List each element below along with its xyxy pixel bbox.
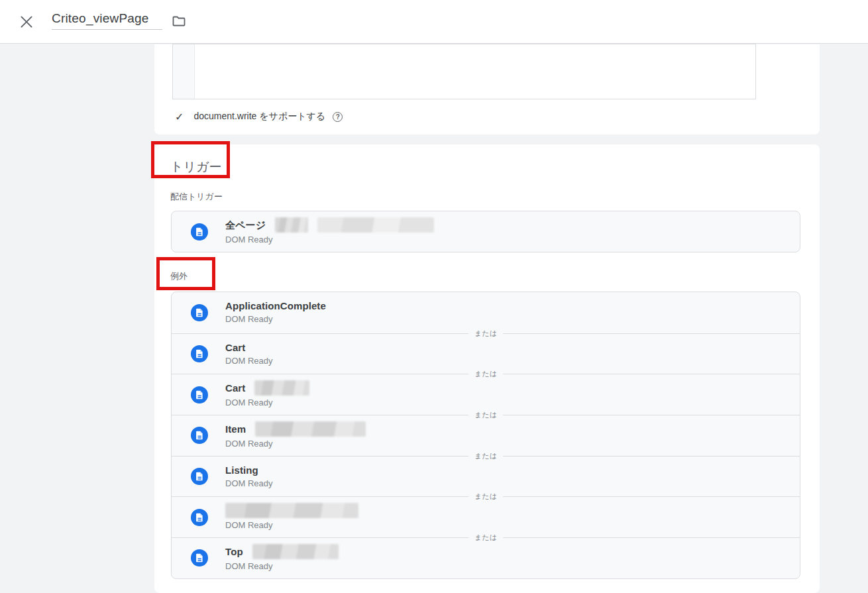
exception-trigger-type: DOM Ready xyxy=(225,438,366,450)
html-code-editor[interactable] xyxy=(172,44,756,99)
tag-name-field[interactable]: Criteo_viewPage xyxy=(52,11,162,30)
redacted-text xyxy=(255,421,366,437)
redacted-text xyxy=(317,217,434,233)
redacted-text xyxy=(275,217,308,233)
redacted-text xyxy=(225,503,358,518)
exception-trigger-text: Item DOM Ready xyxy=(225,421,366,450)
documentwrite-label: document.write をサポートする xyxy=(193,111,325,123)
pageview-trigger-icon xyxy=(191,468,208,485)
help-icon[interactable]: ? xyxy=(333,112,343,122)
firing-trigger-text: 全ページ DOM Ready xyxy=(225,217,434,246)
exception-trigger-text: Listing DOM Ready xyxy=(225,464,273,490)
exception-trigger-type: DOM Ready xyxy=(225,519,358,531)
exception-trigger-type: DOM Ready xyxy=(225,313,326,325)
exception-trigger-row[interactable]: または Cart DOM Ready xyxy=(172,374,800,415)
pageview-trigger-icon xyxy=(191,509,208,526)
or-separator: または xyxy=(468,369,503,379)
folder-icon[interactable] xyxy=(171,13,187,29)
or-separator: または xyxy=(468,329,503,339)
exception-trigger-type: DOM Ready xyxy=(225,397,309,409)
pageview-trigger-icon xyxy=(191,427,208,444)
exceptions-list: ApplicationComplete DOM Ready または Cart D… xyxy=(171,292,800,579)
or-separator: または xyxy=(468,533,503,543)
checkmark-icon: ✓ xyxy=(175,111,184,123)
exception-trigger-name: Cart xyxy=(225,382,245,394)
exception-trigger-name: Top xyxy=(225,545,243,558)
exceptions-label: 例外 xyxy=(170,270,188,282)
pageview-trigger-icon xyxy=(191,345,208,362)
exception-trigger-row[interactable]: または Item DOM Ready xyxy=(172,415,800,456)
exception-trigger-text: Cart DOM Ready xyxy=(225,380,309,409)
exception-trigger-text: Top DOM Ready xyxy=(225,544,339,572)
exception-trigger-type: DOM Ready xyxy=(225,478,273,490)
pageview-trigger-icon xyxy=(191,223,208,241)
top-bar: Criteo_viewPage xyxy=(0,0,868,44)
exception-trigger-text: ApplicationComplete DOM Ready xyxy=(225,299,326,325)
or-separator: または xyxy=(468,410,503,420)
pageview-trigger-icon xyxy=(191,549,208,566)
trigger-section-card: トリガー 配信トリガー 全ページ DOM Ready 例外 xyxy=(154,144,820,593)
redacted-text xyxy=(254,380,309,396)
exception-trigger-type: DOM Ready xyxy=(225,561,339,572)
pageview-trigger-icon xyxy=(191,386,208,404)
exception-trigger-name: Cart xyxy=(225,341,245,354)
or-separator: または xyxy=(468,492,503,502)
exception-trigger-row[interactable]: または Top DOM Ready xyxy=(172,537,800,578)
tag-config-card: ✓ document.write をサポートする ? xyxy=(154,44,820,135)
redacted-text xyxy=(252,544,339,559)
firing-trigger-type: DOM Ready xyxy=(225,234,434,246)
gtm-tag-editor-page: Criteo_viewPage ✓ document.write をサポートする… xyxy=(0,0,868,593)
firing-trigger-name: 全ページ xyxy=(225,219,266,231)
or-separator: または xyxy=(468,451,503,461)
firing-trigger-row[interactable]: 全ページ DOM Ready xyxy=(171,211,800,252)
exception-trigger-row[interactable]: ApplicationComplete DOM Ready xyxy=(172,292,800,333)
exception-trigger-type: DOM Ready xyxy=(225,355,273,367)
exception-trigger-name: ApplicationComplete xyxy=(225,299,326,312)
exception-trigger-row[interactable]: または DOM Ready xyxy=(172,496,800,537)
exception-trigger-text: DOM Ready xyxy=(225,503,358,531)
editor-line-gutter xyxy=(173,44,195,99)
exception-trigger-name: Listing xyxy=(225,464,258,476)
pageview-trigger-icon xyxy=(191,304,208,321)
documentwrite-checkbox[interactable]: ✓ document.write をサポートする ? xyxy=(175,110,343,123)
exception-trigger-row[interactable]: または Cart DOM Ready xyxy=(172,333,800,374)
close-icon[interactable] xyxy=(18,13,35,30)
trigger-section-heading: トリガー xyxy=(170,158,221,176)
exception-trigger-name: Item xyxy=(225,423,246,435)
exception-trigger-text: Cart DOM Ready xyxy=(225,341,273,367)
firing-trigger-label: 配信トリガー xyxy=(170,191,223,203)
exception-trigger-row[interactable]: または Listing DOM Ready xyxy=(172,456,800,497)
